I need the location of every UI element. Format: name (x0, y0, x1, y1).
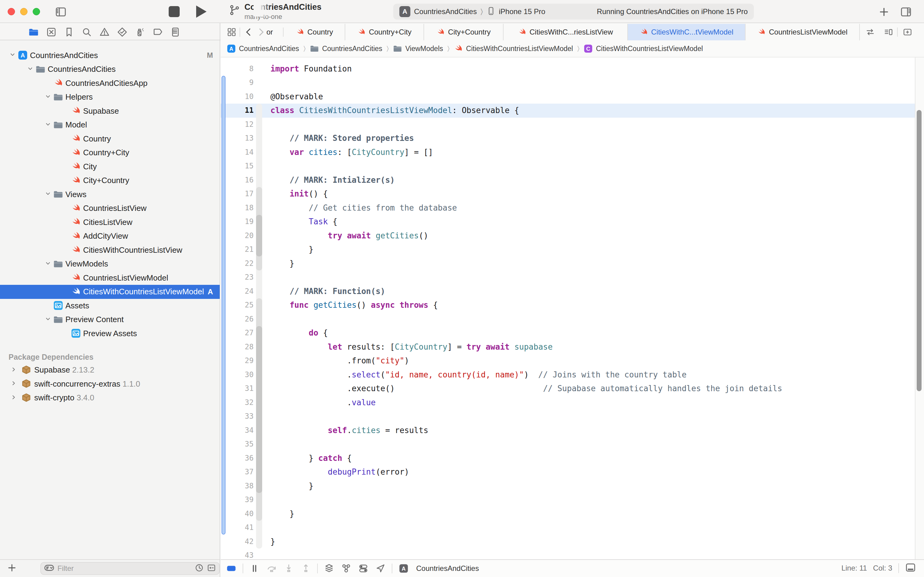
editor-options-icon[interactable] (882, 26, 895, 38)
line-number[interactable]: 40 (221, 509, 254, 518)
line-number[interactable]: 17 (221, 190, 254, 198)
code-line[interactable]: 38 } (221, 479, 915, 493)
sidebar-item-addcityview[interactable]: AddCityView (0, 229, 220, 243)
breakpoints-navigator-tab[interactable] (152, 27, 163, 38)
line-number[interactable]: 22 (221, 259, 254, 268)
simulate-location-button[interactable] (375, 562, 386, 574)
editor-tab-citieswithc-rieslistview[interactable]: CitiesWithC...riesListView (504, 24, 628, 40)
editor-tab-country[interactable]: Country (284, 24, 345, 40)
sidebar-item-helpers[interactable]: Helpers (0, 90, 220, 104)
tests-navigator-tab[interactable] (117, 27, 128, 38)
toggle-inspector-icon[interactable] (900, 6, 912, 19)
disclosure-chevron-icon[interactable] (43, 93, 53, 102)
disclosure-chevron-icon[interactable] (43, 121, 53, 129)
line-number[interactable]: 21 (221, 245, 254, 254)
toggle-navigator-icon[interactable] (55, 6, 67, 19)
line-number[interactable]: 13 (221, 134, 254, 142)
breadcrumb-item[interactable]: CountriesAndCities (310, 44, 382, 53)
tab-partial[interactable]: or (266, 24, 283, 40)
app-badge-button[interactable]: A (398, 562, 409, 574)
stop-button[interactable] (169, 6, 180, 17)
project-navigator-tab[interactable] (28, 27, 39, 38)
line-number[interactable]: 42 (221, 537, 254, 546)
code-line[interactable]: 40 } (221, 507, 915, 521)
code-line[interactable]: 28 let results: [CityCountry] = try awai… (221, 340, 915, 354)
code-line[interactable]: 14 var cities: [CityCountry] = [] (221, 145, 915, 159)
line-number[interactable]: 25 (221, 301, 254, 309)
sidebar-item-citieslistview[interactable]: CitiesListView (0, 215, 220, 229)
code-line[interactable]: 18 // Get cities from the database (221, 201, 915, 215)
debug-area-toggle-button[interactable] (225, 562, 237, 574)
line-number[interactable]: 41 (221, 523, 254, 532)
scheme-target[interactable]: CountriesAndCities (414, 7, 476, 16)
code-line[interactable]: 39 (221, 493, 915, 507)
memory-graph-button[interactable] (340, 562, 352, 574)
view-hierarchy-button[interactable] (323, 562, 335, 574)
code-line[interactable]: 11class CitiesWithCountriesListViewModel… (221, 103, 915, 118)
code-line[interactable]: 42} (221, 535, 915, 549)
line-number[interactable]: 12 (221, 120, 254, 129)
line-number[interactable]: 11 (221, 106, 254, 114)
code-line[interactable]: 30 .select("id, name, country(id, name)"… (221, 367, 915, 382)
editor-tab-citieswithc-tviewmodel[interactable]: CitiesWithC...tViewModel (628, 24, 745, 40)
code-line[interactable]: 16 // MARK: Intializer(s) (221, 173, 915, 187)
line-number[interactable]: 35 (221, 440, 254, 448)
code-line[interactable]: 9 (221, 76, 915, 90)
code-line[interactable]: 35 (221, 437, 915, 451)
code-line[interactable]: 10@Observable (221, 90, 915, 103)
sidebar-item-supabase[interactable]: Supabase (0, 104, 220, 118)
disclosure-chevron-icon[interactable] (43, 260, 53, 268)
line-number[interactable]: 30 (221, 371, 254, 379)
line-number[interactable]: 43 (221, 551, 254, 559)
recent-files-icon[interactable] (195, 563, 204, 574)
package-item-swift-concurrency-extras[interactable]: swift-concurrency-extras 1.1.0 (0, 377, 220, 391)
disclosure-chevron-icon[interactable] (9, 366, 18, 374)
line-number[interactable]: 29 (221, 356, 254, 365)
bookmarks-navigator-tab[interactable] (64, 27, 74, 38)
disclosure-chevron-icon[interactable] (9, 393, 18, 402)
code-line[interactable]: 15 (221, 159, 915, 173)
line-number[interactable]: 28 (221, 343, 254, 351)
sidebar-item-preview-assets[interactable]: Preview Assets (0, 326, 220, 340)
code-line[interactable]: 22 } (221, 256, 915, 271)
code-line[interactable]: 23 (221, 271, 915, 285)
add-editor-icon[interactable] (901, 26, 914, 38)
step-out-button[interactable] (300, 562, 312, 574)
code-line[interactable]: 43 (221, 549, 915, 559)
package-item-supabase[interactable]: Supabase 2.13.2 (0, 363, 220, 377)
line-number[interactable]: 38 (221, 482, 254, 490)
sidebar-item-country[interactable]: Country (0, 132, 220, 146)
line-number[interactable]: 39 (221, 495, 254, 504)
swap-editors-icon[interactable] (864, 26, 876, 38)
code-line[interactable]: 12 (221, 118, 915, 131)
code-line[interactable]: 17 init() { (221, 187, 915, 201)
sidebar-item-countriesandcitiesapp[interactable]: CountriesAndCitiesApp (0, 76, 220, 90)
code-line[interactable]: 19 Task { (221, 215, 915, 229)
line-number[interactable]: 15 (221, 162, 254, 170)
code-line[interactable]: 31 .execute() // Supabase automatically … (221, 382, 915, 396)
code-line[interactable]: 20 try await getCities() (221, 229, 915, 243)
line-number[interactable]: 14 (221, 148, 254, 156)
add-item-icon[interactable] (7, 563, 16, 574)
sidebar-item-assets[interactable]: Assets (0, 298, 220, 313)
go-forward-icon[interactable] (255, 26, 267, 38)
disclosure-chevron-icon[interactable] (43, 315, 53, 324)
line-number[interactable]: 31 (221, 384, 254, 393)
line-number[interactable]: 27 (221, 329, 254, 337)
code-line[interactable]: 41 (221, 521, 915, 535)
environment-overrides-button[interactable] (357, 562, 369, 574)
breadcrumb-item[interactable]: ViewModels (393, 44, 443, 53)
pause-button[interactable] (249, 562, 260, 574)
reports-navigator-tab[interactable] (170, 27, 181, 38)
toggle-debug-area-icon[interactable] (905, 562, 916, 574)
line-number[interactable]: 33 (221, 412, 254, 421)
debug-navigator-tab[interactable] (134, 27, 145, 38)
disclosure-chevron-icon[interactable] (8, 51, 17, 60)
code-line[interactable]: 21 } (221, 243, 915, 257)
code-line[interactable]: 36 } catch { (221, 451, 915, 465)
step-over-button[interactable] (266, 562, 277, 574)
sidebar-item-citieswithcountrieslistviewmodel[interactable]: CitiesWithCountriesListViewModelA (0, 285, 220, 299)
running-process-label[interactable]: CountriesAndCities (416, 564, 479, 573)
code-line[interactable]: 13 // MARK: Stored properties (221, 131, 915, 145)
navigator-filter-input[interactable]: Filter (40, 562, 220, 575)
